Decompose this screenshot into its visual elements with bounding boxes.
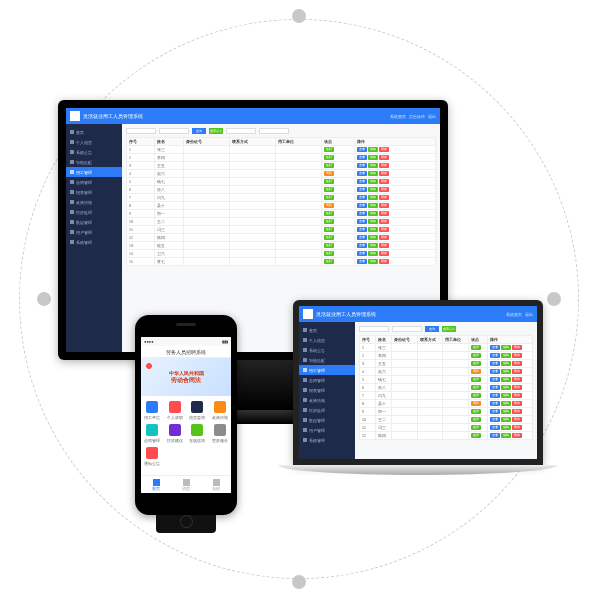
delete-button[interactable]: 删除 [512, 401, 522, 406]
filter-input[interactable] [226, 128, 256, 134]
sidebar-item[interactable]: 系统管理 [66, 237, 122, 247]
sidebar-item[interactable]: 政策法规 [299, 395, 355, 405]
view-button[interactable]: 查看 [490, 393, 500, 398]
menu-cell[interactable]: 信息查询 [188, 401, 207, 420]
edit-button[interactable]: 编辑 [501, 417, 511, 422]
sidebar-item[interactable]: 系统管理 [299, 435, 355, 445]
filter-input[interactable] [259, 128, 289, 134]
delete-button[interactable]: 删除 [512, 353, 522, 358]
edit-button[interactable]: 编辑 [501, 425, 511, 430]
edit-button[interactable]: 编辑 [368, 211, 378, 216]
edit-button[interactable]: 编辑 [501, 409, 511, 414]
edit-button[interactable]: 编辑 [501, 361, 511, 366]
edit-button[interactable]: 编辑 [501, 393, 511, 398]
view-button[interactable]: 查看 [490, 433, 500, 438]
edit-button[interactable]: 编辑 [368, 195, 378, 200]
view-button[interactable]: 查看 [357, 251, 367, 256]
sidebar-item[interactable]: 合同管理 [66, 177, 122, 187]
view-button[interactable]: 查看 [357, 243, 367, 248]
view-button[interactable]: 查看 [490, 361, 500, 366]
sidebar-item[interactable]: 首页 [299, 325, 355, 335]
edit-button[interactable]: 编辑 [501, 401, 511, 406]
view-button[interactable]: 查看 [490, 345, 500, 350]
view-button[interactable]: 查看 [357, 195, 367, 200]
delete-button[interactable]: 删除 [512, 409, 522, 414]
view-button[interactable]: 查看 [357, 259, 367, 264]
delete-button[interactable]: 删除 [379, 147, 389, 152]
delete-button[interactable]: 删除 [512, 345, 522, 350]
header-link[interactable]: 系统首页 [390, 114, 406, 119]
view-button[interactable]: 查看 [490, 409, 500, 414]
sidebar-item[interactable]: 合同管理 [299, 375, 355, 385]
filter-input[interactable] [392, 326, 422, 332]
home-button-icon[interactable] [180, 515, 193, 528]
view-button[interactable]: 查看 [357, 171, 367, 176]
delete-button[interactable]: 删除 [512, 417, 522, 422]
header-link[interactable]: 退出 [428, 114, 436, 119]
sidebar-item[interactable]: 投诉处理 [299, 405, 355, 415]
view-button[interactable]: 查看 [490, 353, 500, 358]
view-button[interactable]: 查看 [357, 179, 367, 184]
view-button[interactable]: 查看 [357, 219, 367, 224]
sidebar-item[interactable]: 智能匹配 [299, 355, 355, 365]
reset-button[interactable]: 重置导出 [442, 326, 456, 332]
menu-cell[interactable]: 更多服务 [211, 424, 230, 443]
delete-button[interactable]: 删除 [512, 385, 522, 390]
delete-button[interactable]: 删除 [379, 171, 389, 176]
view-button[interactable]: 查看 [490, 377, 500, 382]
edit-button[interactable]: 编辑 [501, 353, 511, 358]
menu-cell[interactable]: 合同管理 [143, 424, 162, 443]
filter-input[interactable] [159, 128, 189, 134]
delete-button[interactable]: 删除 [379, 155, 389, 160]
delete-button[interactable]: 删除 [379, 243, 389, 248]
edit-button[interactable]: 编辑 [368, 147, 378, 152]
sidebar-item[interactable]: 个人信息 [66, 137, 122, 147]
delete-button[interactable]: 删除 [379, 195, 389, 200]
delete-button[interactable]: 删除 [379, 203, 389, 208]
edit-button[interactable]: 编辑 [501, 377, 511, 382]
sidebar-item[interactable]: 用工管理 [299, 365, 355, 375]
tab-消息[interactable]: 消息 [171, 476, 201, 493]
delete-button[interactable]: 删除 [512, 361, 522, 366]
view-button[interactable]: 查看 [490, 369, 500, 374]
sidebar-item[interactable]: 数据管理 [66, 217, 122, 227]
menu-cell[interactable]: 政策法规 [211, 401, 230, 420]
edit-button[interactable]: 编辑 [368, 235, 378, 240]
filter-input[interactable] [126, 128, 156, 134]
delete-button[interactable]: 删除 [379, 179, 389, 184]
view-button[interactable]: 查看 [357, 187, 367, 192]
edit-button[interactable]: 编辑 [368, 227, 378, 232]
reset-button[interactable]: 重置导出 [209, 128, 223, 134]
view-button[interactable]: 查看 [490, 425, 500, 430]
sidebar-item[interactable]: 个人信息 [299, 335, 355, 345]
view-button[interactable]: 查看 [357, 163, 367, 168]
view-button[interactable]: 查看 [357, 227, 367, 232]
menu-cell[interactable]: 用工单位 [143, 401, 162, 420]
header-link[interactable]: 后台操作 [409, 114, 425, 119]
menu-cell[interactable]: 在线咨询 [188, 424, 207, 443]
edit-button[interactable]: 编辑 [368, 203, 378, 208]
delete-button[interactable]: 删除 [379, 211, 389, 216]
sidebar-item[interactable]: 政策法规 [66, 197, 122, 207]
sidebar-item[interactable]: 报表管理 [66, 187, 122, 197]
filter-input[interactable] [359, 326, 389, 332]
sidebar-item[interactable]: 报表管理 [299, 385, 355, 395]
view-button[interactable]: 查看 [357, 203, 367, 208]
sidebar-item[interactable]: 智能匹配 [66, 157, 122, 167]
sidebar-item[interactable]: 首页 [66, 127, 122, 137]
view-button[interactable]: 查看 [357, 211, 367, 216]
edit-button[interactable]: 编辑 [501, 369, 511, 374]
delete-button[interactable]: 删除 [379, 235, 389, 240]
edit-button[interactable]: 编辑 [368, 171, 378, 176]
edit-button[interactable]: 编辑 [501, 385, 511, 390]
view-button[interactable]: 查看 [357, 147, 367, 152]
menu-cell[interactable]: 投诉建议 [166, 424, 185, 443]
header-link[interactable]: 退出 [525, 312, 533, 317]
menu-cell[interactable]: 个人求职 [166, 401, 185, 420]
header-link[interactable]: 系统首页 [506, 312, 522, 317]
delete-button[interactable]: 删除 [379, 251, 389, 256]
menu-cell[interactable]: 通知公告 [143, 447, 162, 466]
search-button[interactable]: 查询 [425, 326, 439, 332]
delete-button[interactable]: 删除 [379, 227, 389, 232]
edit-button[interactable]: 编辑 [368, 219, 378, 224]
